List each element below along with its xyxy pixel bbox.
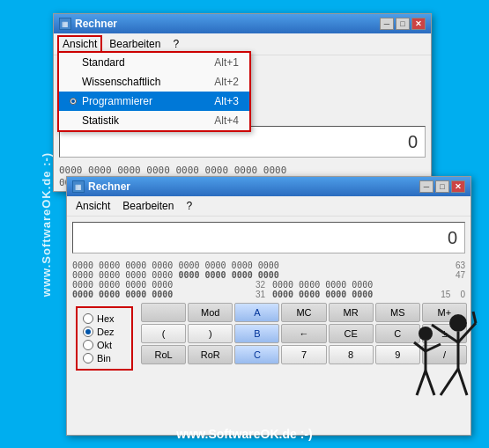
menu-bar-bottom: Ansicht Bearbeiten ? xyxy=(67,196,470,217)
btn-mplus[interactable]: M+ xyxy=(422,303,467,322)
calc-buttons-area: Mod A MC MR MS M+ ( ) B ← CE C ± RoL RoR xyxy=(141,303,467,374)
radio-okt[interactable]: Okt xyxy=(83,340,126,350)
btn-ror[interactable]: RoR xyxy=(188,345,233,364)
radio-hex[interactable]: Hex xyxy=(83,313,126,324)
bit-row-b2: 0000 0000 0000 0000 0000 0000 0000 0000 … xyxy=(72,270,465,280)
radio-circle-bin[interactable] xyxy=(83,353,93,364)
button-row-3: RoL RoR C 7 8 9 / xyxy=(141,345,467,364)
bit-rows-bottom: 0000 0000 0000 0000 0000 0000 0000 0000 … xyxy=(67,259,470,301)
title-bar-bottom[interactable]: ▦ Rechner ─ □ ✕ xyxy=(67,177,470,196)
dropdown-wissenschaftlich[interactable]: Wissenschaftlich Alt+2 xyxy=(59,72,249,92)
dropdown-statistik[interactable]: Statistik Alt+4 xyxy=(59,111,249,130)
btn-empty-1[interactable] xyxy=(141,303,186,322)
btn-c2[interactable]: C xyxy=(234,345,279,364)
watermark-left: www.SoftwareOK.de :-) xyxy=(40,151,53,296)
ansicht-dropdown: Standard Alt+1 Wissenschaftlich Alt+2 Pr… xyxy=(57,51,251,132)
bit-row-1: 0000 0000 0000 0000 0000 0000 0000 0000 xyxy=(59,165,426,176)
btn-c[interactable]: C xyxy=(375,324,420,343)
btn-mr[interactable]: MR xyxy=(329,303,374,322)
menu-help-bottom[interactable]: ? xyxy=(181,198,197,214)
btn-mc[interactable]: MC xyxy=(281,303,326,322)
btn-b[interactable]: B xyxy=(234,324,279,343)
maximize-button-bottom[interactable]: □ xyxy=(435,180,449,193)
minimize-button-bottom[interactable]: ─ xyxy=(419,180,433,193)
radio-dez[interactable]: Dez xyxy=(83,327,126,337)
btn-mod[interactable]: Mod xyxy=(188,303,233,322)
calc-body: Hex Dez Okt Bin Mod A MC MR xyxy=(67,301,470,376)
maximize-button-top[interactable]: □ xyxy=(396,18,410,30)
btn-rparen[interactable]: ) xyxy=(188,324,233,343)
title-bar-left: ▦ Rechner xyxy=(59,18,117,30)
close-button-top[interactable]: ✕ xyxy=(411,18,426,30)
radio-label-okt: Okt xyxy=(97,340,112,350)
app-icon-bottom: ▦ xyxy=(72,180,85,193)
btn-rol[interactable]: RoL xyxy=(141,345,186,364)
minimize-button-top[interactable]: ─ xyxy=(380,18,394,30)
radio-bin[interactable]: Bin xyxy=(83,353,126,364)
button-row-2: ( ) B ← CE C ± xyxy=(141,324,467,343)
menu-ansicht-top[interactable]: Ansicht xyxy=(57,35,102,53)
button-row-1: Mod A MC MR MS M+ xyxy=(141,303,467,322)
radio-circle-okt[interactable] xyxy=(83,340,93,350)
window-title-top: Rechner xyxy=(75,18,117,30)
close-button-bottom[interactable]: ✕ xyxy=(451,180,465,193)
radio-label-hex: Hex xyxy=(97,313,115,324)
btn-ms[interactable]: MS xyxy=(375,303,420,322)
svg-line-4 xyxy=(473,312,476,323)
btn-backspace[interactable]: ← xyxy=(281,324,326,343)
window-controls-bottom: ─ □ ✕ xyxy=(419,180,465,193)
bit-row-b4: 0000 0000 0000 0000 31 0000 0000 0000 00… xyxy=(72,290,465,299)
window-bottom: ▦ Rechner ─ □ ✕ Ansicht Bearbeiten ? 0 0… xyxy=(66,176,471,436)
title-bar-top[interactable]: ▦ Rechner ─ □ ✕ xyxy=(54,14,431,33)
radio-label-dez: Dez xyxy=(97,327,115,337)
dropdown-programmierer[interactable]: Programmierer Alt+3 xyxy=(59,92,249,111)
btn-a[interactable]: A xyxy=(234,303,279,322)
radio-circle-dez[interactable] xyxy=(83,327,93,337)
btn-divide[interactable]: / xyxy=(422,345,467,364)
title-bar-left-bottom: ▦ Rechner xyxy=(72,180,130,193)
app-icon-top: ▦ xyxy=(59,18,71,30)
menu-bearbeiten-top[interactable]: Bearbeiten xyxy=(104,36,166,52)
menu-bearbeiten-bottom[interactable]: Bearbeiten xyxy=(117,198,179,214)
radio-circle-hex[interactable] xyxy=(83,313,93,324)
menu-ansicht-bottom[interactable]: Ansicht xyxy=(70,198,115,214)
window-top: ▦ Rechner ─ □ ✕ Ansicht Bearbeiten ? Sta… xyxy=(53,13,432,192)
btn-ce[interactable]: CE xyxy=(329,324,374,343)
btn-8[interactable]: 8 xyxy=(329,345,374,364)
btn-plusminus[interactable]: ± xyxy=(422,324,467,343)
calc-display-bottom: 0 xyxy=(72,222,465,253)
bit-row-b1: 0000 0000 0000 0000 0000 0000 0000 0000 … xyxy=(72,261,465,270)
window-controls-top: ─ □ ✕ xyxy=(380,18,426,30)
btn-lparen[interactable]: ( xyxy=(141,324,186,343)
menu-help-top[interactable]: ? xyxy=(167,36,184,52)
window-title-bottom: Rechner xyxy=(88,180,130,193)
dropdown-standard[interactable]: Standard Alt+1 xyxy=(59,53,249,72)
bit-row-b3: 0000 0000 0000 0000 32 0000 0000 0000 00… xyxy=(72,280,465,290)
radio-label-bin: Bin xyxy=(97,353,111,364)
number-base-radio-group: Hex Dez Okt Bin xyxy=(76,306,133,371)
btn-7[interactable]: 7 xyxy=(281,345,326,364)
btn-9[interactable]: 9 xyxy=(375,345,420,364)
